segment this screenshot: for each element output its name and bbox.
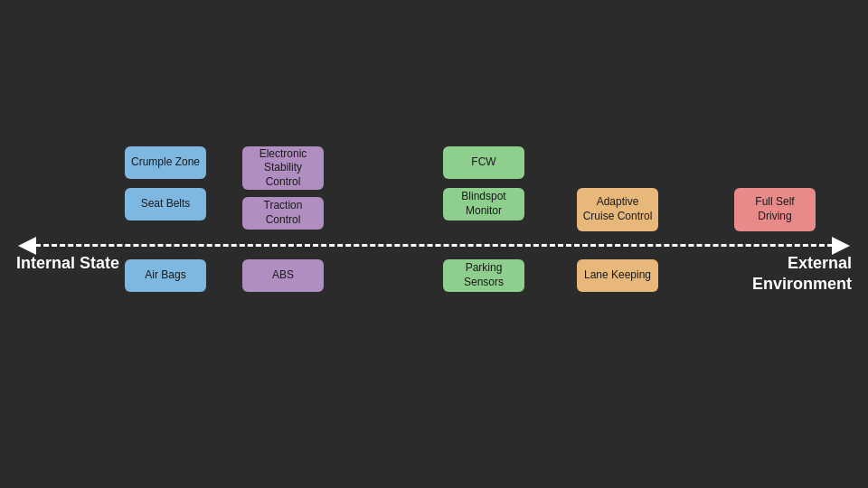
arrow-left-icon <box>18 237 36 255</box>
electronic-stability-control-box: Electronic Stability Control <box>242 146 324 190</box>
internal-state-label: Internal State <box>16 253 119 274</box>
traction-control-box: Traction Control <box>242 197 324 230</box>
diagram-container: Internal State ExternalEnvironment Crump… <box>0 0 868 488</box>
lane-keeping-box: Lane Keeping <box>577 259 658 292</box>
seat-belts-box: Seat Belts <box>125 188 206 221</box>
air-bags-box: Air Bags <box>125 259 206 292</box>
arrow-right-icon <box>832 237 850 255</box>
adaptive-cruise-control-box: Adaptive Cruise Control <box>577 188 658 231</box>
crumple-zone-box: Crumple Zone <box>125 146 206 179</box>
fcw-box: FCW <box>443 146 524 179</box>
external-environment-label: ExternalEnvironment <box>752 253 852 296</box>
axis-line <box>27 244 841 247</box>
blindspot-monitor-box: Blindspot Monitor <box>443 188 524 221</box>
abs-box: ABS <box>242 259 324 292</box>
parking-sensors-box: Parking Sensors <box>443 259 524 292</box>
full-self-driving-box: Full Self Driving <box>734 188 816 231</box>
